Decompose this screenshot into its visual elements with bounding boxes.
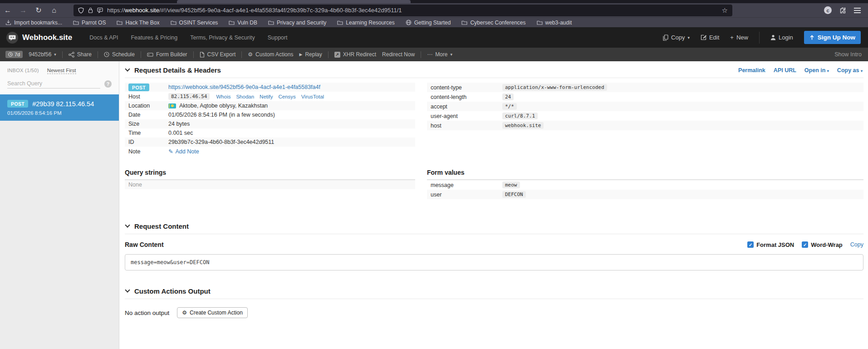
open-in-dropdown[interactable]: Open in ▾ [804, 67, 829, 74]
url-bar[interactable]: https://webhook.site/#!/view/9452bf56-9e… [74, 5, 732, 16]
bookmark-folder[interactable]: Privacy and Security [268, 20, 326, 26]
nav-terms-privacy[interactable]: Terms, Privacy & Security [190, 34, 255, 41]
request-url-link[interactable]: https://webhook.site/9452bf56-9e0a-4acf-… [168, 84, 320, 90]
bookmark-import[interactable]: Import bookmarks... [5, 20, 62, 26]
login-button[interactable]: Login [770, 34, 793, 41]
edit-button[interactable]: Edit [701, 34, 719, 41]
header-value: curl/8.7.1 [502, 113, 538, 119]
netify-link[interactable]: Netify [260, 94, 273, 99]
query-strings-empty: None [125, 180, 415, 189]
form-value: meow [502, 182, 520, 188]
table-row-date: Date 01/05/2026 8:54:16 PM (in a few sec… [125, 110, 415, 119]
bookmark-folder[interactable]: OSINT Services [171, 20, 218, 26]
token-dropdown[interactable]: 9452bf56 ▾ [29, 51, 56, 58]
input-field-icon [147, 52, 153, 57]
replay-button[interactable]: ▶ Replay [299, 51, 322, 58]
custom-actions-button[interactable]: ⚙ Custom Actions [248, 51, 293, 58]
permalink-link[interactable]: Permalink [738, 67, 765, 74]
play-icon: ▶ [299, 52, 302, 57]
brand[interactable]: Webhook.site [6, 32, 72, 44]
table-row-header: user-agent curl/8.7.1 [427, 111, 863, 121]
request-date: 01/05/2026 8:54:16 PM [7, 110, 112, 116]
method-badge: POST [7, 100, 28, 108]
whois-link[interactable]: Whois [216, 94, 230, 99]
size-value: 24 bytes [168, 121, 190, 127]
form-values-block: Form values message meow user DEFCON [427, 169, 863, 199]
word-wrap-checkbox[interactable]: ✓ Word-Wrap [802, 241, 843, 248]
new-button[interactable]: + New [730, 34, 748, 41]
bookmark-folder[interactable]: Cybersec Conferences [461, 20, 525, 26]
bookmark-getting-started[interactable]: Getting Started [406, 20, 451, 26]
url-text[interactable]: https://webhook.site/#!/view/9452bf56-9e… [107, 7, 402, 14]
copy-as-dropdown[interactable]: Copy as ▾ [837, 67, 863, 74]
shodan-link[interactable]: Shodan [236, 94, 254, 99]
more-dropdown[interactable]: ⋯ More ▾ [427, 51, 452, 58]
webhook-logo-icon [6, 32, 18, 44]
table-row-size: Size 24 bytes [125, 119, 415, 128]
user-icon [770, 34, 776, 40]
extension-badge-icon[interactable]: c [824, 6, 832, 14]
section-title[interactable]: Request Content [126, 222, 189, 230]
active-tab[interactable] [177, 0, 411, 3]
permissions-icon[interactable] [97, 7, 103, 13]
app-toolbar: 7d 9452bf56 ▾ Share Schedule Form Builde… [0, 48, 868, 61]
censys-link[interactable]: Censys [279, 94, 296, 99]
section-title[interactable]: Custom Actions Output [126, 287, 211, 295]
id-value: 29b39b7c-329a-4b60-8b3f-3ec4e42d9511 [168, 139, 274, 145]
lock-icon[interactable] [88, 7, 93, 13]
format-json-checkbox[interactable]: ✓ Format JSON [747, 241, 794, 248]
site-nav: Docs & API Features & Pricing Terms, Pri… [89, 34, 287, 41]
requests-sidebar: INBOX (1/50) Newest First ? POST #29b39 … [0, 61, 119, 349]
add-note-link[interactable]: ✎ Add Note [168, 148, 199, 155]
home-icon[interactable]: ⌂ [46, 7, 62, 14]
request-list-item[interactable]: POST #29b39 82.115.46.54 01/05/2026 8:54… [0, 94, 119, 121]
bookmark-star-icon[interactable]: ☆ [722, 6, 728, 15]
toolbar-divider [193, 51, 194, 58]
search-help-icon[interactable]: ? [104, 80, 112, 88]
search-input[interactable] [7, 79, 100, 88]
table-row-form-value: user DEFCON [427, 190, 863, 199]
reload-icon[interactable]: ↻ [31, 7, 46, 14]
nav-features-pricing[interactable]: Features & Pricing [131, 34, 177, 41]
bookmark-folder[interactable]: Hack The Box [117, 20, 159, 26]
header-value: webhook.site [502, 122, 544, 129]
time-value: 0.001 sec [168, 130, 193, 136]
copy-dropdown[interactable]: Copy ▾ [663, 34, 690, 41]
redirect-now-button[interactable]: Redirect Now [382, 51, 415, 58]
csv-export-button[interactable]: CSV Export [200, 51, 236, 58]
nav-docs-api[interactable]: Docs & API [89, 34, 118, 41]
xhr-redirect-button[interactable]: ↗ XHR Redirect [334, 51, 376, 58]
virustotal-link[interactable]: VirusTotal [301, 94, 324, 99]
sort-toggle[interactable]: Newest First [47, 68, 76, 74]
copy-content-link[interactable]: Copy [850, 241, 863, 248]
forward-icon[interactable]: → [15, 7, 31, 14]
shield-icon[interactable] [78, 7, 84, 14]
share-button[interactable]: Share [69, 51, 92, 58]
api-url-link[interactable]: API URL [774, 67, 796, 74]
file-icon [200, 52, 205, 58]
form-builder-button[interactable]: Form Builder [147, 51, 187, 58]
menu-icon[interactable] [854, 6, 861, 15]
section-title[interactable]: Request Details & Headers [126, 66, 221, 74]
no-action-output-text: No action output [125, 310, 169, 316]
table-row-form-value: message meow [427, 180, 863, 190]
raw-content-box[interactable]: message=meow&user=DEFCON [125, 254, 863, 270]
toolbar-divider [421, 51, 421, 58]
extensions-puzzle-icon[interactable] [839, 7, 846, 14]
bookmark-folder[interactable]: web3-audit [537, 20, 572, 26]
create-custom-action-button[interactable]: ⚙ Create Custom Action [177, 307, 247, 318]
chevron-down-icon: ▾ [450, 52, 452, 57]
sign-up-button[interactable]: Sign Up Now [804, 31, 861, 44]
bookmark-folder[interactable]: Parrot OS [73, 20, 106, 26]
bookmark-folder[interactable]: Learning Resources [337, 20, 394, 26]
edit-icon [701, 34, 706, 40]
schedule-button[interactable]: Schedule [104, 51, 135, 58]
table-row-time: Time 0.001 sec [125, 128, 415, 138]
table-row-id: ID 29b39b7c-329a-4b60-8b3f-3ec4e42d9511 [125, 138, 415, 147]
back-icon[interactable]: ← [0, 7, 15, 14]
bookmark-folder[interactable]: Vuln DB [229, 20, 257, 26]
show-intro-link[interactable]: Show Intro [834, 51, 862, 58]
nav-support[interactable]: Support [268, 34, 288, 41]
form-value: DEFCON [502, 191, 526, 198]
section-request-details: Request Details & Headers Permalink API … [125, 61, 863, 78]
